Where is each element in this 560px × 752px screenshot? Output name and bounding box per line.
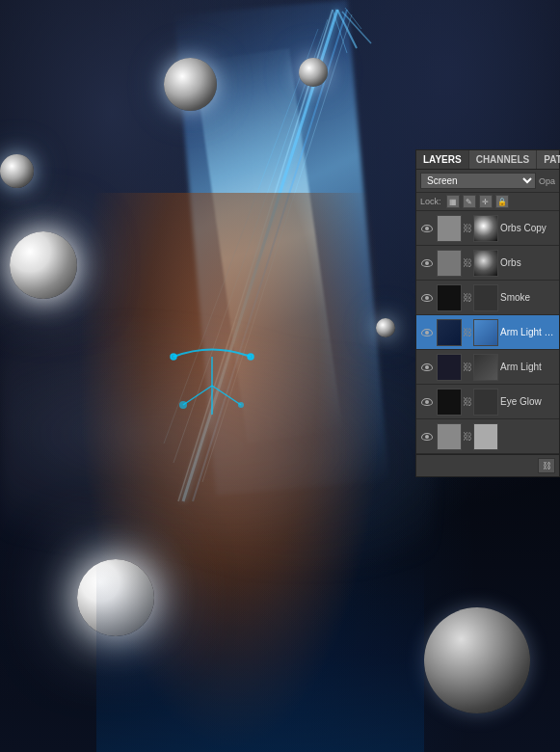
layer-name-arm-light-copy: Arm Light copy <box>500 327 556 337</box>
eye-icon-smoke <box>421 294 433 302</box>
layer-thumb-right-orbs <box>473 250 498 277</box>
layer-thumb-left-arm-light-copy <box>437 319 462 346</box>
layer-eye-bottom[interactable] <box>419 429 435 444</box>
orb-left-large <box>10 231 77 299</box>
orb-mid-right <box>376 318 395 337</box>
lock-row: Lock: ▦ ✎ ✛ 🔒 <box>416 193 559 211</box>
eye-icon-arm-light <box>421 363 433 371</box>
orb-bottom-right <box>424 607 530 713</box>
layer-item-orbs-copy[interactable]: ⛓ Orbs Copy <box>416 211 559 246</box>
svg-point-10 <box>171 354 176 360</box>
layer-thumb-left-orbs <box>437 250 462 277</box>
lock-label: Lock: <box>420 197 441 206</box>
layer-name-orbs-copy: Orbs Copy <box>500 223 556 233</box>
lock-checkerboard[interactable]: ▦ <box>446 195 460 208</box>
layer-chain-orbs-copy: ⛓ <box>463 215 472 242</box>
eye-icon-eye-glow <box>421 398 433 406</box>
svg-line-13 <box>183 386 212 405</box>
svg-point-16 <box>238 402 244 408</box>
svg-point-15 <box>179 401 187 409</box>
layer-eye-arm-light[interactable] <box>419 360 435 375</box>
layer-thumb-left-orbs-copy <box>437 215 462 242</box>
panel-tabs: LAYERS CHANNELS PAT <box>416 150 559 170</box>
layer-name-eye-glow: Eye Glow <box>500 396 556 407</box>
lock-brush[interactable]: ✎ <box>463 195 476 208</box>
eye-icon-bottom <box>421 433 433 441</box>
layer-item-smoke[interactable]: ⛓ Smoke <box>416 281 559 315</box>
svg-line-14 <box>212 386 241 405</box>
layer-chain-arm-light-copy: ⛓ <box>463 319 472 346</box>
layer-chain-bottom: ⛓ <box>463 423 472 450</box>
layer-thumbs-orbs: ⛓ <box>437 250 498 277</box>
layer-chain-arm-light: ⛓ <box>463 354 472 381</box>
layer-thumbs-eye-glow: ⛓ <box>437 389 498 416</box>
layer-chain-orbs: ⛓ <box>463 250 472 277</box>
layer-eye-orbs-copy[interactable] <box>419 221 435 236</box>
lock-move[interactable]: ✛ <box>479 195 493 208</box>
blend-mode-row: Screen Normal Multiply Overlay Opa <box>416 170 559 193</box>
lock-all[interactable]: 🔒 <box>495 195 509 208</box>
layer-name-orbs: Orbs <box>500 257 556 268</box>
orb-top-right <box>299 58 328 87</box>
layer-item-arm-light-copy[interactable]: ⛓ Arm Light copy <box>416 315 559 350</box>
layer-item-eye-glow[interactable]: ⛓ Eye Glow <box>416 385 559 419</box>
layer-thumb-right-arm-light <box>473 354 498 381</box>
layer-name-arm-light: Arm Light <box>500 362 556 372</box>
svg-point-11 <box>248 354 253 360</box>
blend-mode-select[interactable]: Screen Normal Multiply Overlay <box>420 173 536 189</box>
layer-thumb-left-smoke <box>437 284 462 311</box>
tab-paths[interactable]: PAT <box>537 150 560 169</box>
layers-panel: LAYERS CHANNELS PAT Screen Normal Multip… <box>415 149 560 477</box>
layer-item-arm-light[interactable]: ⛓ Arm Light <box>416 350 559 385</box>
eye-icon-orbs <box>421 259 433 267</box>
layer-chain-smoke: ⛓ <box>463 284 472 311</box>
layer-thumb-left-eye-glow <box>437 389 462 416</box>
layer-thumb-right-orbs-copy <box>473 215 498 242</box>
layer-thumb-right-arm-light-copy <box>473 319 498 346</box>
layer-thumbs-arm-light: ⛓ <box>437 354 498 381</box>
orb-far-left <box>0 154 34 188</box>
layer-thumbs-arm-light-copy: ⛓ <box>437 319 498 346</box>
layer-name-smoke: Smoke <box>500 292 556 303</box>
link-icon-btn[interactable]: ⛓ <box>538 458 555 473</box>
layer-item-bottom[interactable]: ⛓ <box>416 419 559 454</box>
layer-thumb-left-arm-light <box>437 354 462 381</box>
layer-eye-eye-glow[interactable] <box>419 394 435 410</box>
orb-top-center <box>164 58 217 111</box>
layer-thumbs-bottom: ⛓ <box>437 423 498 450</box>
tab-layers[interactable]: LAYERS <box>416 150 469 169</box>
panel-bottom: ⛓ <box>416 454 559 476</box>
layer-item-orbs[interactable]: ⛓ Orbs <box>416 246 559 281</box>
layer-thumbs-smoke: ⛓ <box>437 284 498 311</box>
layer-eye-orbs[interactable] <box>419 255 435 271</box>
opacity-label: Opa <box>539 176 555 186</box>
layer-eye-smoke[interactable] <box>419 290 435 306</box>
layer-eye-arm-light-copy[interactable] <box>419 325 435 340</box>
layer-thumb-right-eye-glow <box>473 389 498 416</box>
city-background <box>96 559 424 752</box>
layer-thumbs-orbs-copy: ⛓ <box>437 215 498 242</box>
layer-thumb-left-bottom <box>437 423 462 450</box>
tab-channels[interactable]: CHANNELS <box>469 150 538 169</box>
eye-icon-arm-light-copy <box>421 329 433 336</box>
layer-thumb-right-bottom <box>473 423 498 450</box>
layer-thumb-right-smoke <box>473 284 498 311</box>
eye-icon-orbs-copy <box>421 225 433 232</box>
layer-chain-eye-glow: ⛓ <box>463 389 472 416</box>
